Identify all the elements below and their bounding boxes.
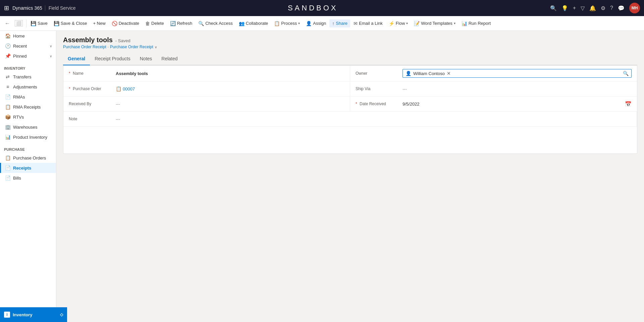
save-close-button[interactable]: 💾 Save & Close	[51, 19, 90, 27]
dynamics-brand[interactable]: Dynamics 365	[12, 5, 42, 11]
tab-notes[interactable]: Notes	[135, 53, 157, 65]
owner-field[interactable]: 👤 William Contoso ✕ 🔍	[402, 69, 632, 78]
sidebar-home-label: Home	[13, 34, 25, 39]
word-templates-chevron: ▾	[454, 21, 455, 25]
sidebar-item-warehouses[interactable]: 🏢 Warehouses	[0, 122, 56, 132]
status-bar-icon: I	[4, 312, 10, 318]
form-row-received: Received By --- * Date Received 9/5/2022…	[63, 96, 637, 112]
collaborate-button[interactable]: 👥 Collaborate	[236, 19, 271, 27]
process-chevron: ▾	[298, 21, 300, 25]
assign-button[interactable]: 👤 Assign	[303, 19, 329, 27]
received-by-value[interactable]: ---	[116, 102, 344, 107]
breadcrumb-dropdown-icon[interactable]: ∨	[155, 45, 157, 49]
sidebar-item-receipts[interactable]: 📄 Receipts	[0, 163, 56, 173]
brand-area: Dynamics 365 Field Service	[12, 5, 76, 11]
collaborate-icon: 👥	[239, 21, 245, 26]
settings-icon[interactable]: ⚙	[601, 5, 605, 11]
process-button[interactable]: 📋 Process ▾	[271, 19, 303, 27]
breadcrumb-link-1[interactable]: Purchase Order Receipt	[63, 45, 106, 49]
assign-icon: 👤	[306, 21, 312, 26]
sidebar-transfers-label: Transfers	[13, 74, 31, 79]
tab-related[interactable]: Related	[157, 53, 182, 65]
date-required-indicator: *	[356, 102, 357, 106]
sidebar-item-recent[interactable]: 🕐 Recent ∨	[0, 41, 56, 51]
lightbulb-icon[interactable]: 💡	[561, 5, 568, 11]
page-title: Assembly tools	[63, 36, 113, 44]
save-label: Save	[38, 21, 48, 26]
user-avatar[interactable]: MH	[629, 3, 640, 13]
sidebar-warehouses-label: Warehouses	[13, 125, 38, 130]
help-icon[interactable]: ?	[610, 5, 613, 11]
rma-receipts-icon: 📋	[5, 104, 10, 110]
bell-icon[interactable]: 🔔	[589, 5, 596, 11]
sidebar-item-bills[interactable]: 📄 Bills	[0, 173, 56, 183]
inventory-section-header: Inventory	[0, 64, 56, 72]
app-name[interactable]: Field Service	[45, 5, 76, 11]
check-access-label: Check Access	[205, 21, 233, 26]
share-icon: ↑	[332, 21, 334, 26]
new-button[interactable]: + New	[90, 19, 108, 27]
sidebar-item-rma-receipts[interactable]: 📋 RMA Receipts	[0, 102, 56, 112]
flow-button[interactable]: ⚡ Flow ▾	[386, 19, 411, 27]
back-button[interactable]: ←	[3, 19, 12, 28]
tab-receipt-products[interactable]: Receipt Products	[90, 53, 135, 65]
filter-icon[interactable]: ▽	[581, 5, 585, 11]
top-nav-right: 🔍 💡 + ▽ 🔔 ⚙ ? 💬 MH	[550, 3, 640, 13]
name-value[interactable]: Assembly tools	[116, 71, 344, 76]
word-templates-button[interactable]: 📝 Word Templates ▾	[411, 19, 458, 27]
owner-clear-button[interactable]: ✕	[447, 71, 451, 76]
purchase-order-value[interactable]: 📋 00007	[116, 86, 344, 91]
po-link-icon: 📋	[116, 86, 121, 91]
note-value[interactable]: ---	[116, 117, 631, 122]
sidebar-item-home[interactable]: 🏠 Home	[0, 31, 56, 41]
process-label: Process	[281, 21, 297, 26]
sidebar-bills-label: Bills	[13, 176, 21, 181]
share-label: Share	[336, 21, 347, 26]
ship-via-value[interactable]: ---	[402, 86, 632, 91]
search-icon[interactable]: 🔍	[550, 5, 557, 11]
sidebar-adjustments-label: Adjustments	[13, 84, 37, 89]
sidebar-item-adjustments[interactable]: ≡ Adjustments	[0, 82, 56, 92]
form-cell-note: Note ---	[63, 112, 637, 126]
sidebar-pinned-label: Pinned	[13, 54, 26, 59]
deactivate-button[interactable]: 🚫 Deactivate	[109, 19, 142, 27]
status-bar[interactable]: I Inventory ◇	[0, 307, 67, 322]
name-required-indicator: *	[69, 71, 70, 76]
sidebar-item-pinned[interactable]: 📌 Pinned ∨	[0, 51, 56, 61]
email-link-button[interactable]: ✉ Email a Link	[351, 19, 385, 27]
date-received-value[interactable]: 9/5/2022	[402, 102, 623, 107]
forward-icon: ⬜	[15, 20, 23, 26]
sidebar-item-rmas[interactable]: 📄 RMAs	[0, 92, 56, 102]
delete-button[interactable]: 🗑 Delete	[143, 19, 167, 27]
deactivate-icon: 🚫	[112, 21, 117, 26]
chat-icon[interactable]: 💬	[618, 5, 625, 11]
form-cell-date-received: * Date Received 9/5/2022 📅	[350, 96, 637, 111]
purchase-order-label: * Purchase Order	[69, 86, 116, 91]
sidebar-item-purchase-orders[interactable]: 📋 Purchase Orders	[0, 153, 56, 163]
share-button[interactable]: ↑ Share	[329, 19, 350, 27]
owner-person-icon: 👤	[406, 71, 411, 76]
apps-menu-icon[interactable]: ⊞	[4, 4, 9, 12]
owner-search-button[interactable]: 🔍	[623, 71, 629, 76]
calendar-icon[interactable]: 📅	[625, 101, 632, 107]
sidebar-rtvs-label: RTVs	[13, 115, 24, 120]
sandbox-label: SANDBOX	[79, 4, 547, 12]
sidebar-item-product-inventory[interactable]: 📊 Product Inventory	[0, 132, 56, 142]
refresh-button[interactable]: 🔄 Refresh	[167, 19, 195, 27]
plus-icon[interactable]: +	[573, 5, 576, 11]
saved-status: - Saved	[115, 38, 130, 43]
sidebar-rma-receipts-label: RMA Receipts	[13, 105, 41, 110]
save-button[interactable]: 💾 Save	[28, 19, 50, 27]
breadcrumb-link-2[interactable]: Purchase Order Receipt	[110, 45, 153, 49]
purchase-section-header: Purchase	[0, 145, 56, 153]
check-access-button[interactable]: 🔍 Check Access	[196, 19, 235, 27]
home-icon: 🏠	[5, 33, 10, 39]
sidebar-item-transfers[interactable]: ⇄ Transfers	[0, 72, 56, 82]
run-report-button[interactable]: 📊 Run Report	[459, 19, 493, 27]
ship-via-label: Ship Via	[356, 86, 402, 91]
sidebar-item-rtvs[interactable]: 📦 RTVs	[0, 112, 56, 122]
save-icon: 💾	[31, 21, 36, 26]
tab-general[interactable]: General	[63, 53, 90, 65]
transfers-icon: ⇄	[5, 74, 10, 79]
forward-button[interactable]: ⬜	[13, 19, 25, 28]
